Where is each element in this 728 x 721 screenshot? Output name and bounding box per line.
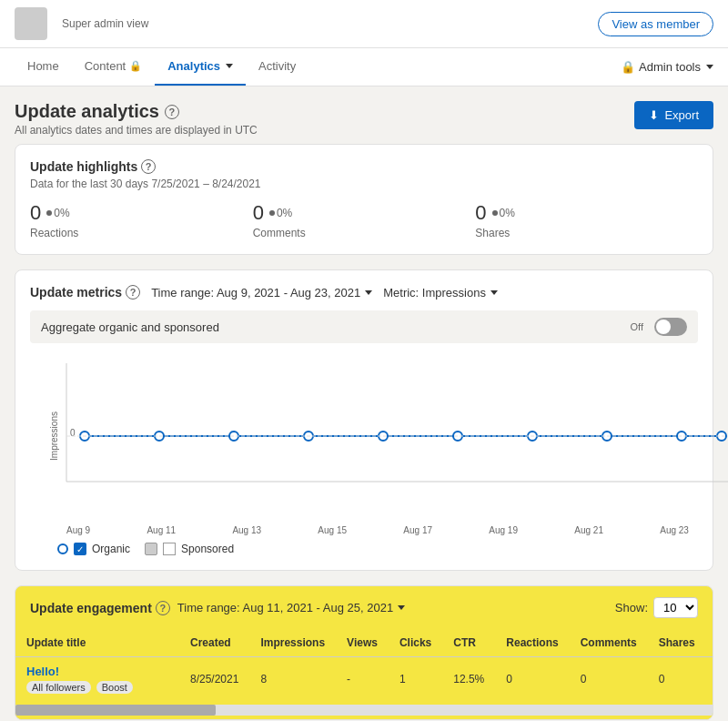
badge-boost: Boost (96, 681, 133, 694)
col-update-title: Update title (15, 629, 179, 657)
cell-clicks: 1 (389, 657, 442, 702)
show-control: Show: 10 25 50 (615, 597, 698, 618)
cell-comments: 0 (570, 657, 648, 702)
super-admin-badge: Super admin view (62, 17, 148, 30)
organic-check-icon: ✓ (74, 543, 86, 555)
download-icon: ⬇ (649, 108, 659, 122)
line-chart: 0 (57, 354, 728, 509)
nav-item-analytics[interactable]: Analytics (155, 48, 246, 86)
cell-update-title: Hello! All followers Boost (15, 657, 179, 702)
badge-row: All followers Boost (26, 681, 168, 694)
x-label-1: Aug 11 (147, 525, 176, 535)
scrollbar-row (15, 701, 713, 719)
horizontal-scrollbar[interactable] (15, 705, 713, 716)
nav-left: Home Content 🔒 Analytics Activity (15, 48, 308, 86)
x-label-7: Aug 23 (660, 525, 689, 535)
col-views: Views (336, 629, 389, 657)
scrollbar-thumb[interactable] (15, 705, 216, 716)
cell-ctr: 12.5% (442, 657, 495, 702)
time-range-chevron-icon (365, 290, 372, 295)
col-ctr: CTR (442, 629, 495, 657)
table-row: Hello! All followers Boost 8/25/2021 8 -… (15, 657, 713, 702)
cell-impressions: 8 (249, 657, 336, 702)
sponsored-checkbox-unchecked-icon[interactable] (163, 543, 176, 555)
cell-created: 8/25/2021 (179, 657, 249, 702)
highlights-help-icon[interactable]: ? (141, 159, 156, 174)
lock-icon-nav: 🔒 (621, 60, 635, 74)
engagement-chevron-icon (398, 605, 405, 610)
cell-shares: 0 (648, 657, 706, 702)
metrics-header: Update metrics ? Time range: Aug 9, 2021… (30, 285, 698, 300)
page-title-help-icon[interactable]: ? (165, 105, 179, 119)
x-label-2: Aug 13 (232, 525, 261, 535)
chart-svg: 0 (57, 354, 698, 512)
x-label-4: Aug 17 (403, 525, 432, 535)
aggregate-row: Aggregate organic and sponsored Off (30, 310, 698, 343)
page-title: Update analytics ? (15, 101, 258, 122)
organic-circle-icon (57, 543, 68, 554)
show-select[interactable]: 10 25 50 (653, 597, 698, 618)
engagement-title: Update engagement ? (30, 601, 170, 615)
dot-icon (492, 210, 498, 216)
page-header: Update analytics ? All analytics dates a… (0, 86, 728, 144)
chevron-down-icon (226, 64, 233, 68)
col-follows: Follows (706, 629, 713, 657)
legend-organic: ✓ Organic (57, 543, 130, 555)
x-label-5: Aug 19 (489, 525, 518, 535)
x-label-3: Aug 15 (318, 525, 347, 535)
cell-reactions: 0 (495, 657, 569, 702)
col-shares: Shares (648, 629, 706, 657)
col-reactions: Reactions (495, 629, 569, 657)
metrics-help-icon[interactable]: ? (126, 285, 140, 300)
chart-area: Impressions 0 (30, 354, 698, 518)
dot-icon (46, 210, 52, 216)
highlight-shares: 0 0% Shares (475, 201, 698, 239)
page-subtitle: All analytics dates and times are displa… (15, 124, 258, 137)
dot-icon (269, 210, 275, 216)
sponsored-checkbox-icon (145, 543, 157, 555)
metrics-card: Update metrics ? Time range: Aug 9, 2021… (15, 269, 713, 571)
chart-y-label: Impressions (49, 411, 59, 461)
engagement-table-container: Update title Created Impressions Views C… (15, 629, 713, 719)
chart-x-labels: Aug 9 Aug 11 Aug 13 Aug 15 Aug 17 Aug 19… (57, 525, 698, 535)
col-clicks: Clicks (389, 629, 442, 657)
export-button[interactable]: ⬇ Export (634, 101, 713, 129)
engagement-card: Update engagement ? Time range: Aug 11, … (15, 585, 713, 720)
nav: Home Content 🔒 Analytics Activity 🔒 Admi… (0, 48, 728, 86)
nav-item-home[interactable]: Home (15, 48, 72, 86)
nav-item-content[interactable]: Content 🔒 (72, 48, 156, 86)
col-created: Created (179, 629, 249, 657)
highlights-title: Update highlights ? (30, 159, 698, 174)
time-range-dropdown[interactable]: Time range: Aug 9, 2021 - Aug 23, 2021 (151, 286, 372, 300)
col-impressions: Impressions (249, 629, 336, 657)
x-label-0: Aug 9 (66, 525, 90, 535)
metric-chevron-icon (490, 290, 498, 295)
cell-views: - (336, 657, 389, 702)
metric-dropdown[interactable]: Metric: Impressions (383, 286, 498, 300)
avatar (15, 7, 47, 40)
engagement-time-range-dropdown[interactable]: Time range: Aug 11, 2021 - Aug 25, 2021 (177, 601, 405, 614)
nav-item-activity[interactable]: Activity (246, 48, 308, 86)
engagement-help-icon[interactable]: ? (156, 601, 170, 615)
top-bar: Super admin view View as member (0, 0, 728, 48)
highlights-card: Update highlights ? Data for the last 30… (15, 144, 713, 255)
top-bar-left: Super admin view (15, 7, 148, 40)
cell-follows: - (706, 657, 713, 702)
table-header-row: Update title Created Impressions Views C… (15, 629, 713, 657)
page-title-area: Update analytics ? All analytics dates a… (15, 101, 258, 137)
update-title-link[interactable]: Hello! (26, 665, 59, 678)
highlights-subtitle: Data for the last 30 days 7/25/2021 – 8/… (30, 178, 698, 190)
engagement-header: Update engagement ? Time range: Aug 11, … (15, 586, 713, 629)
col-comments: Comments (570, 629, 648, 657)
highlight-comments: 0 0% Comments (253, 201, 476, 239)
legend-sponsored: Sponsored (145, 543, 234, 555)
highlights-metrics: 0 0% Reactions 0 0% Comments 0 (30, 201, 698, 239)
lock-icon: 🔒 (129, 60, 142, 72)
admin-tools[interactable]: 🔒 Admin tools (621, 60, 713, 74)
aggregate-toggle[interactable] (654, 318, 687, 336)
engagement-table: Update title Created Impressions Views C… (15, 629, 713, 719)
x-label-6: Aug 21 (574, 525, 603, 535)
highlight-reactions: 0 0% Reactions (30, 201, 253, 239)
view-as-member-button[interactable]: View as member (598, 12, 713, 36)
admin-tools-chevron-icon (706, 65, 713, 69)
